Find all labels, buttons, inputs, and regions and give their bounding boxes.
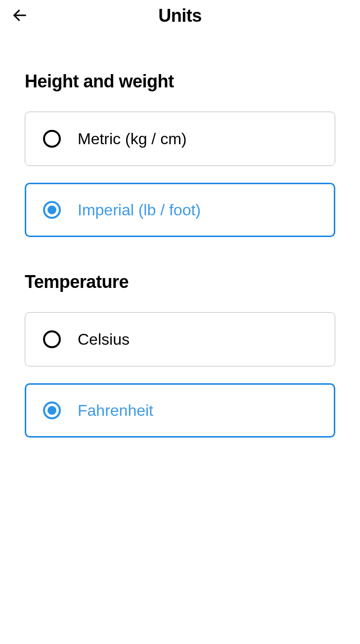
option-label: Metric (kg / cm) [78, 130, 186, 148]
arrow-left-icon [11, 7, 28, 25]
option-imperial[interactable]: Imperial (lb / foot) [25, 183, 335, 237]
option-fahrenheit[interactable]: Fahrenheit [25, 383, 335, 438]
radio-icon [43, 201, 61, 219]
option-label: Fahrenheit [78, 402, 153, 420]
page-title: Units [158, 5, 202, 26]
height-weight-group: Height and weight Metric (kg / cm) Imper… [25, 71, 335, 237]
option-celsius[interactable]: Celsius [25, 312, 335, 366]
option-metric[interactable]: Metric (kg / cm) [25, 112, 335, 166]
radio-icon [43, 402, 61, 419]
option-label: Celsius [78, 330, 130, 349]
temperature-title: Temperature [25, 272, 335, 292]
option-label: Imperial (lb / foot) [78, 201, 201, 219]
content: Height and weight Metric (kg / cm) Imper… [0, 32, 360, 438]
height-weight-title: Height and weight [25, 71, 335, 92]
header: Units [0, 0, 360, 32]
radio-icon [43, 330, 61, 348]
back-button[interactable] [10, 6, 30, 26]
radio-icon [43, 130, 61, 148]
temperature-group: Temperature Celsius Fahrenheit [25, 272, 335, 438]
